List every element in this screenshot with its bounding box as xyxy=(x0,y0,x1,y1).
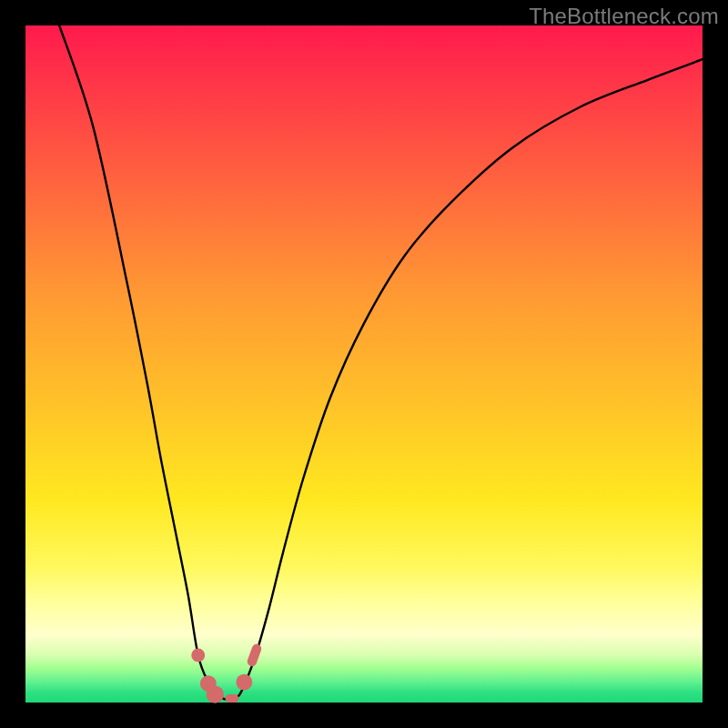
curve-marker xyxy=(246,642,262,667)
curve-markers xyxy=(191,642,262,703)
curve-marker xyxy=(191,648,205,662)
curve-marker xyxy=(225,694,238,703)
watermark-text: TheBottleneck.com xyxy=(529,4,719,29)
curve-marker xyxy=(236,674,252,691)
chart-plot-area xyxy=(25,25,703,703)
chart-svg xyxy=(25,25,703,703)
bottleneck-curve xyxy=(59,25,703,700)
curve-marker xyxy=(207,685,224,703)
